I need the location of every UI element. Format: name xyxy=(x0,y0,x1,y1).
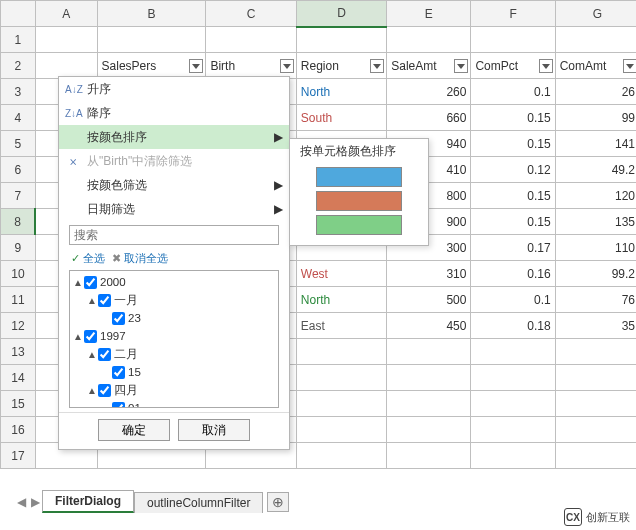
cell-comamt[interactable]: 76 xyxy=(555,287,636,313)
col-header-C[interactable]: C xyxy=(206,1,296,27)
menu-sort-asc[interactable]: A↓Z升序 xyxy=(59,77,289,101)
cell-saleamt[interactable]: 660 xyxy=(387,105,471,131)
expand-icon[interactable]: ▲ xyxy=(86,349,98,360)
cell-saleamt[interactable]: 310 xyxy=(387,261,471,287)
menu-sort-desc[interactable]: Z↓A降序 xyxy=(59,101,289,125)
row-header[interactable]: 12 xyxy=(1,313,36,339)
cell-compct[interactable]: 0.15 xyxy=(471,105,555,131)
sheet-tab-active[interactable]: FilterDialog xyxy=(42,490,134,513)
col-header-A[interactable]: A xyxy=(35,1,97,27)
expand-icon[interactable]: ▲ xyxy=(72,277,84,288)
row-header[interactable]: 17 xyxy=(1,443,36,469)
tree-node[interactable]: ▲二月 xyxy=(72,345,276,363)
cell-saleamt[interactable]: 450 xyxy=(387,313,471,339)
row-header[interactable]: 8 xyxy=(1,209,36,235)
tree-node[interactable]: 01 xyxy=(72,399,276,408)
cell-comamt[interactable]: 110 xyxy=(555,235,636,261)
row-header[interactable]: 16 xyxy=(1,417,36,443)
cell-comamt[interactable]: 120 xyxy=(555,183,636,209)
filter-dropdown-icon[interactable] xyxy=(539,59,553,73)
col-header-G[interactable]: G xyxy=(555,1,636,27)
row-header[interactable]: 13 xyxy=(1,339,36,365)
cell-comamt[interactable]: 35 xyxy=(555,313,636,339)
filter-search-input[interactable] xyxy=(69,225,279,245)
row-header[interactable]: 5 xyxy=(1,131,36,157)
expand-icon[interactable]: ▲ xyxy=(86,385,98,396)
tab-nav-next[interactable]: ▶ xyxy=(28,492,42,512)
row-header[interactable]: 9 xyxy=(1,235,36,261)
row-header[interactable]: 10 xyxy=(1,261,36,287)
filter-dropdown-icon[interactable] xyxy=(189,59,203,73)
filter-dropdown-icon[interactable] xyxy=(454,59,468,73)
cell-compct[interactable]: 0.16 xyxy=(471,261,555,287)
col-header-B[interactable]: B xyxy=(97,1,206,27)
tree-checkbox[interactable] xyxy=(112,402,125,409)
cell-saleamt[interactable]: 260 xyxy=(387,79,471,105)
row-header[interactable]: 6 xyxy=(1,157,36,183)
row-header[interactable]: 3 xyxy=(1,79,36,105)
cell-compct[interactable]: 0.15 xyxy=(471,209,555,235)
menu-date-filter[interactable]: 日期筛选▶ xyxy=(59,197,289,221)
cell-compct[interactable]: 0.17 xyxy=(471,235,555,261)
col-header-E[interactable]: E xyxy=(387,1,471,27)
filter-dropdown-icon[interactable] xyxy=(623,59,636,73)
menu-sort-by-color[interactable]: 按颜色排序▶ xyxy=(59,125,289,149)
cell-comamt[interactable]: 141 xyxy=(555,131,636,157)
cell-compct[interactable]: 0.1 xyxy=(471,287,555,313)
cell-compct[interactable]: 0.18 xyxy=(471,313,555,339)
ok-button[interactable]: 确定 xyxy=(98,419,170,441)
cell-region[interactable]: North xyxy=(296,287,386,313)
cell-comamt[interactable]: 49.2 xyxy=(555,157,636,183)
tree-node[interactable]: 23 xyxy=(72,309,276,327)
cell-region[interactable]: South xyxy=(296,105,386,131)
cell-region[interactable]: North xyxy=(296,79,386,105)
color-swatch[interactable] xyxy=(316,167,402,187)
menu-filter-by-color[interactable]: 按颜色筛选▶ xyxy=(59,173,289,197)
select-all-link[interactable]: 全选 xyxy=(83,252,105,264)
cell-compct[interactable]: 0.12 xyxy=(471,157,555,183)
tree-checkbox[interactable] xyxy=(84,330,97,343)
expand-icon[interactable]: ▲ xyxy=(72,331,84,342)
cell-comamt[interactable]: 26 xyxy=(555,79,636,105)
filter-dropdown-icon[interactable] xyxy=(280,59,294,73)
row-header[interactable]: 2 xyxy=(1,53,36,79)
cancel-button[interactable]: 取消 xyxy=(178,419,250,441)
tree-node[interactable]: ▲1997 xyxy=(72,327,276,345)
cell-compct[interactable]: 0.15 xyxy=(471,131,555,157)
color-swatch[interactable] xyxy=(316,215,402,235)
tree-checkbox[interactable] xyxy=(98,384,111,397)
select-all-corner[interactable] xyxy=(1,1,36,27)
cell-comamt[interactable]: 99 xyxy=(555,105,636,131)
cell-comamt[interactable]: 135 xyxy=(555,209,636,235)
tree-node[interactable]: ▲一月 xyxy=(72,291,276,309)
submenu-title[interactable]: 按单元格颜色排序 xyxy=(290,139,428,163)
tree-checkbox[interactable] xyxy=(98,348,111,361)
sheet-tab[interactable]: outlineColumnFilter xyxy=(134,492,263,513)
row-header[interactable]: 14 xyxy=(1,365,36,391)
row-header[interactable]: 11 xyxy=(1,287,36,313)
tree-checkbox[interactable] xyxy=(112,366,125,379)
cell-saleamt[interactable]: 500 xyxy=(387,287,471,313)
col-header-F[interactable]: F xyxy=(471,1,555,27)
add-sheet-button[interactable]: ⊕ xyxy=(267,492,289,512)
expand-icon[interactable]: ▲ xyxy=(86,295,98,306)
row-header[interactable]: 1 xyxy=(1,27,36,53)
tree-node[interactable]: 15 xyxy=(72,363,276,381)
tab-nav-prev[interactable]: ◀ xyxy=(14,492,28,512)
color-swatch[interactable] xyxy=(316,191,402,211)
row-header[interactable]: 4 xyxy=(1,105,36,131)
cell-region[interactable]: East xyxy=(296,313,386,339)
tree-node[interactable]: ▲2000 xyxy=(72,273,276,291)
tree-checkbox[interactable] xyxy=(112,312,125,325)
cell-comamt[interactable]: 99.2 xyxy=(555,261,636,287)
col-header-D[interactable]: D xyxy=(296,1,386,27)
tree-node[interactable]: ▲四月 xyxy=(72,381,276,399)
row-header[interactable]: 15 xyxy=(1,391,36,417)
deselect-all-link[interactable]: 取消全选 xyxy=(124,252,168,264)
cell-region[interactable]: West xyxy=(296,261,386,287)
row-header[interactable]: 7 xyxy=(1,183,36,209)
tree-checkbox[interactable] xyxy=(98,294,111,307)
tree-checkbox[interactable] xyxy=(84,276,97,289)
filter-dropdown-icon[interactable] xyxy=(370,59,384,73)
cell-compct[interactable]: 0.15 xyxy=(471,183,555,209)
